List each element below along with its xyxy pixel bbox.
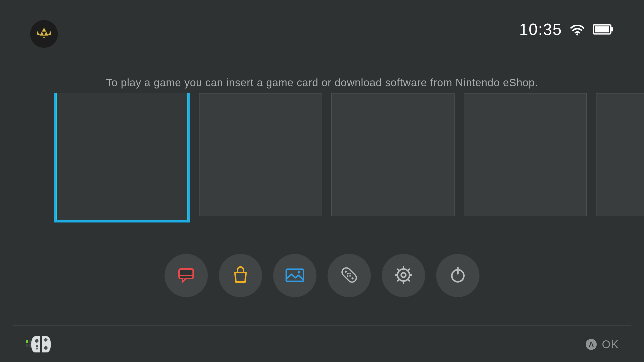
- svg-rect-33: [29, 340, 31, 343]
- wifi-icon: [570, 23, 585, 35]
- game-tile-empty[interactable]: [199, 93, 322, 216]
- svg-line-27: [408, 269, 410, 271]
- no-software-hint: To play a game you can insert a game car…: [0, 77, 644, 89]
- svg-point-13: [351, 277, 354, 280]
- svg-point-10: [298, 271, 300, 274]
- svg-rect-5: [611, 27, 613, 31]
- svg-rect-9: [286, 269, 303, 281]
- joycon-icon: [25, 334, 58, 354]
- gear-icon: [394, 265, 413, 286]
- album-button[interactable]: [273, 254, 316, 297]
- svg-point-18: [397, 269, 410, 281]
- svg-rect-37: [36, 348, 38, 349]
- svg-point-35: [35, 339, 38, 343]
- settings-button[interactable]: [382, 254, 425, 297]
- top-bar: 10:35: [0, 0, 644, 50]
- svg-rect-7: [179, 269, 193, 279]
- game-tile-empty[interactable]: [54, 93, 190, 222]
- ok-prompt: A OK: [586, 338, 619, 351]
- a-button-glyph: A: [586, 339, 597, 350]
- footer-divider: [13, 326, 631, 326]
- svg-point-38: [44, 346, 48, 350]
- status-area: 10:35: [519, 20, 614, 39]
- svg-marker-2: [44, 32, 48, 36]
- controllers-button[interactable]: [328, 254, 371, 297]
- svg-point-12: [344, 270, 347, 273]
- shopping-bag-icon: [230, 265, 251, 286]
- svg-point-41: [45, 338, 47, 340]
- svg-rect-34: [29, 344, 31, 347]
- svg-marker-0: [42, 28, 46, 32]
- svg-point-15: [349, 273, 351, 275]
- svg-line-24: [397, 269, 399, 271]
- svg-rect-32: [26, 344, 28, 347]
- svg-rect-11: [340, 266, 358, 284]
- game-tile-row[interactable]: [54, 93, 644, 222]
- svg-line-26: [397, 279, 399, 281]
- clock: 10:35: [519, 20, 562, 39]
- svg-point-42: [45, 340, 47, 342]
- svg-point-17: [349, 275, 351, 277]
- user-avatar[interactable]: [30, 20, 58, 48]
- svg-marker-1: [40, 32, 44, 36]
- svg-rect-36: [36, 345, 38, 347]
- controller-icon: [338, 264, 360, 287]
- news-icon: [176, 265, 196, 286]
- battery-icon: [593, 24, 614, 35]
- svg-rect-6: [595, 26, 609, 32]
- triforce-crest-icon: [35, 26, 53, 42]
- svg-line-25: [408, 279, 410, 281]
- svg-point-19: [401, 273, 406, 277]
- game-tile-empty[interactable]: [331, 93, 455, 216]
- svg-rect-31: [26, 340, 28, 343]
- album-icon: [284, 266, 305, 285]
- ok-label: OK: [602, 338, 619, 351]
- game-tile-empty[interactable]: [464, 93, 587, 216]
- dock: [0, 254, 644, 297]
- svg-point-3: [576, 33, 578, 35]
- footer-bar: A OK: [0, 332, 644, 357]
- svg-point-16: [347, 273, 349, 275]
- svg-point-14: [347, 275, 349, 277]
- news-button[interactable]: [165, 254, 208, 297]
- power-button[interactable]: [436, 254, 479, 297]
- game-tile-empty[interactable]: [596, 93, 644, 216]
- power-icon: [449, 266, 467, 285]
- controller-indicator: [25, 334, 58, 354]
- eshop-button[interactable]: [219, 254, 262, 297]
